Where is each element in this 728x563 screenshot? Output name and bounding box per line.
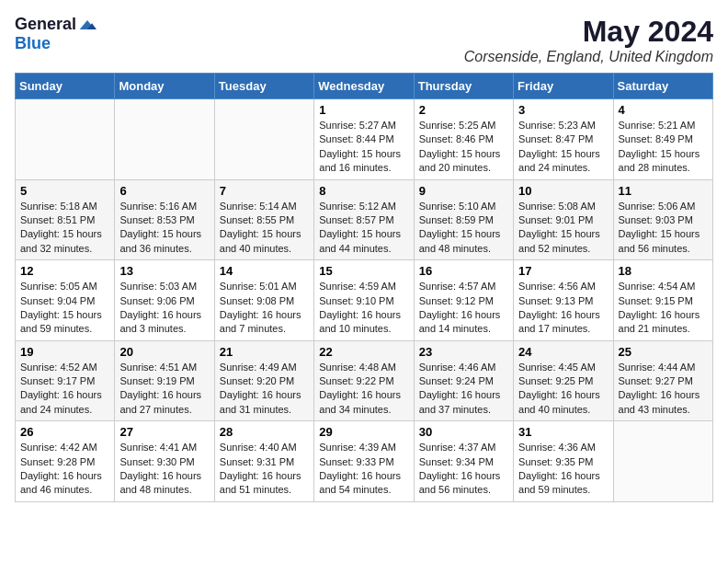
calendar-cell [16, 99, 115, 180]
day-number: 20 [119, 345, 209, 359]
calendar-cell: 14Sunrise: 5:01 AM Sunset: 9:08 PM Dayli… [214, 260, 313, 341]
week-row-1: 5Sunrise: 5:18 AM Sunset: 8:51 PM Daylig… [16, 179, 713, 260]
calendar-cell [115, 99, 214, 180]
day-info: Sunrise: 4:42 AM Sunset: 9:28 PM Dayligh… [20, 441, 109, 498]
calendar-cell: 10Sunrise: 5:08 AM Sunset: 9:01 PM Dayli… [514, 179, 613, 260]
day-number: 19 [20, 345, 109, 359]
day-info: Sunrise: 5:14 AM Sunset: 8:55 PM Dayligh… [220, 200, 309, 257]
day-info: Sunrise: 4:40 AM Sunset: 9:31 PM Dayligh… [220, 441, 309, 498]
day-info: Sunrise: 5:21 AM Sunset: 8:49 PM Dayligh… [619, 119, 708, 176]
day-number: 23 [419, 345, 508, 359]
day-number: 18 [619, 264, 708, 278]
calendar-cell: 26Sunrise: 4:42 AM Sunset: 9:28 PM Dayli… [16, 421, 115, 502]
calendar-cell: 8Sunrise: 5:12 AM Sunset: 8:57 PM Daylig… [314, 179, 414, 260]
calendar-title: May 2024 [464, 15, 713, 49]
day-info: Sunrise: 4:46 AM Sunset: 9:24 PM Dayligh… [419, 361, 508, 418]
day-info: Sunrise: 4:37 AM Sunset: 9:34 PM Dayligh… [419, 441, 508, 498]
logo-blue-text: Blue [15, 34, 51, 53]
calendar-cell: 9Sunrise: 5:10 AM Sunset: 8:59 PM Daylig… [414, 179, 513, 260]
day-info: Sunrise: 5:27 AM Sunset: 8:44 PM Dayligh… [319, 119, 408, 176]
day-number: 6 [119, 184, 209, 198]
day-header-thursday: Thursday [414, 74, 513, 99]
calendar-cell: 30Sunrise: 4:37 AM Sunset: 9:34 PM Dayli… [414, 421, 513, 502]
calendar-cell: 4Sunrise: 5:21 AM Sunset: 8:49 PM Daylig… [613, 99, 712, 180]
day-header-wednesday: Wednesday [314, 74, 414, 99]
day-info: Sunrise: 4:44 AM Sunset: 9:27 PM Dayligh… [619, 361, 708, 418]
day-info: Sunrise: 4:45 AM Sunset: 9:25 PM Dayligh… [518, 361, 608, 418]
calendar-cell: 1Sunrise: 5:27 AM Sunset: 8:44 PM Daylig… [314, 99, 414, 180]
day-number: 31 [518, 425, 608, 439]
day-number: 21 [220, 345, 309, 359]
calendar-cell: 2Sunrise: 5:25 AM Sunset: 8:46 PM Daylig… [414, 99, 513, 180]
day-number: 1 [319, 103, 408, 117]
day-info: Sunrise: 4:48 AM Sunset: 9:22 PM Dayligh… [319, 361, 408, 418]
day-info: Sunrise: 5:25 AM Sunset: 8:46 PM Dayligh… [419, 119, 508, 176]
day-info: Sunrise: 5:10 AM Sunset: 8:59 PM Dayligh… [419, 200, 508, 257]
day-info: Sunrise: 4:57 AM Sunset: 9:12 PM Dayligh… [419, 280, 508, 337]
calendar-cell: 5Sunrise: 5:18 AM Sunset: 8:51 PM Daylig… [16, 179, 115, 260]
calendar-cell: 16Sunrise: 4:57 AM Sunset: 9:12 PM Dayli… [414, 260, 513, 341]
day-info: Sunrise: 5:16 AM Sunset: 8:53 PM Dayligh… [119, 200, 209, 257]
day-number: 25 [619, 345, 708, 359]
calendar-cell: 15Sunrise: 4:59 AM Sunset: 9:10 PM Dayli… [314, 260, 414, 341]
day-info: Sunrise: 4:39 AM Sunset: 9:33 PM Dayligh… [319, 441, 408, 498]
calendar-cell: 20Sunrise: 4:51 AM Sunset: 9:19 PM Dayli… [115, 340, 214, 421]
calendar-cell: 22Sunrise: 4:48 AM Sunset: 9:22 PM Dayli… [314, 340, 414, 421]
calendar-cell: 19Sunrise: 4:52 AM Sunset: 9:17 PM Dayli… [16, 340, 115, 421]
day-info: Sunrise: 5:12 AM Sunset: 8:57 PM Dayligh… [319, 200, 408, 257]
day-number: 17 [518, 264, 608, 278]
day-info: Sunrise: 5:05 AM Sunset: 9:04 PM Dayligh… [20, 280, 109, 337]
logo-icon [78, 18, 97, 31]
calendar-header-row: SundayMondayTuesdayWednesdayThursdayFrid… [16, 74, 713, 99]
week-row-3: 19Sunrise: 4:52 AM Sunset: 9:17 PM Dayli… [16, 340, 713, 421]
day-number: 16 [419, 264, 508, 278]
day-info: Sunrise: 5:23 AM Sunset: 8:47 PM Dayligh… [518, 119, 608, 176]
calendar-cell: 11Sunrise: 5:06 AM Sunset: 9:03 PM Dayli… [613, 179, 712, 260]
day-number: 24 [518, 345, 608, 359]
calendar-cell: 7Sunrise: 5:14 AM Sunset: 8:55 PM Daylig… [214, 179, 313, 260]
calendar-table: SundayMondayTuesdayWednesdayThursdayFrid… [15, 73, 713, 502]
day-number: 15 [319, 264, 408, 278]
day-number: 29 [319, 425, 408, 439]
day-info: Sunrise: 4:41 AM Sunset: 9:30 PM Dayligh… [119, 441, 209, 498]
week-row-4: 26Sunrise: 4:42 AM Sunset: 9:28 PM Dayli… [16, 421, 713, 502]
day-number: 22 [319, 345, 408, 359]
calendar-cell: 23Sunrise: 4:46 AM Sunset: 9:24 PM Dayli… [414, 340, 513, 421]
calendar-cell [214, 99, 313, 180]
day-info: Sunrise: 5:03 AM Sunset: 9:06 PM Dayligh… [119, 280, 209, 337]
day-header-sunday: Sunday [16, 74, 115, 99]
calendar-cell: 12Sunrise: 5:05 AM Sunset: 9:04 PM Dayli… [16, 260, 115, 341]
calendar-cell: 29Sunrise: 4:39 AM Sunset: 9:33 PM Dayli… [314, 421, 414, 502]
calendar-cell [613, 421, 712, 502]
day-number: 10 [518, 184, 608, 198]
day-info: Sunrise: 4:49 AM Sunset: 9:20 PM Dayligh… [220, 361, 309, 418]
day-number: 11 [619, 184, 708, 198]
calendar-cell: 21Sunrise: 4:49 AM Sunset: 9:20 PM Dayli… [214, 340, 313, 421]
calendar-cell: 28Sunrise: 4:40 AM Sunset: 9:31 PM Dayli… [214, 421, 313, 502]
day-header-tuesday: Tuesday [214, 74, 313, 99]
day-info: Sunrise: 4:54 AM Sunset: 9:15 PM Dayligh… [619, 280, 708, 337]
header: General Blue May 2024 Corsenside, Englan… [15, 15, 713, 65]
calendar-cell: 18Sunrise: 4:54 AM Sunset: 9:15 PM Dayli… [613, 260, 712, 341]
day-header-monday: Monday [115, 74, 214, 99]
calendar-subtitle: Corsenside, England, United Kingdom [464, 49, 713, 65]
calendar-cell: 13Sunrise: 5:03 AM Sunset: 9:06 PM Dayli… [115, 260, 214, 341]
day-number: 9 [419, 184, 508, 198]
day-info: Sunrise: 4:51 AM Sunset: 9:19 PM Dayligh… [119, 361, 209, 418]
calendar-cell: 27Sunrise: 4:41 AM Sunset: 9:30 PM Dayli… [115, 421, 214, 502]
day-number: 30 [419, 425, 508, 439]
day-info: Sunrise: 4:52 AM Sunset: 9:17 PM Dayligh… [20, 361, 109, 418]
day-number: 8 [319, 184, 408, 198]
day-number: 5 [20, 184, 109, 198]
calendar-cell: 17Sunrise: 4:56 AM Sunset: 9:13 PM Dayli… [514, 260, 613, 341]
calendar-cell: 25Sunrise: 4:44 AM Sunset: 9:27 PM Dayli… [613, 340, 712, 421]
day-number: 28 [220, 425, 309, 439]
day-number: 2 [419, 103, 508, 117]
day-info: Sunrise: 5:06 AM Sunset: 9:03 PM Dayligh… [619, 200, 708, 257]
week-row-0: 1Sunrise: 5:27 AM Sunset: 8:44 PM Daylig… [16, 99, 713, 180]
logo-general-text: General [15, 15, 76, 34]
calendar-cell: 6Sunrise: 5:16 AM Sunset: 8:53 PM Daylig… [115, 179, 214, 260]
day-number: 3 [518, 103, 608, 117]
day-number: 27 [119, 425, 209, 439]
day-number: 26 [20, 425, 109, 439]
